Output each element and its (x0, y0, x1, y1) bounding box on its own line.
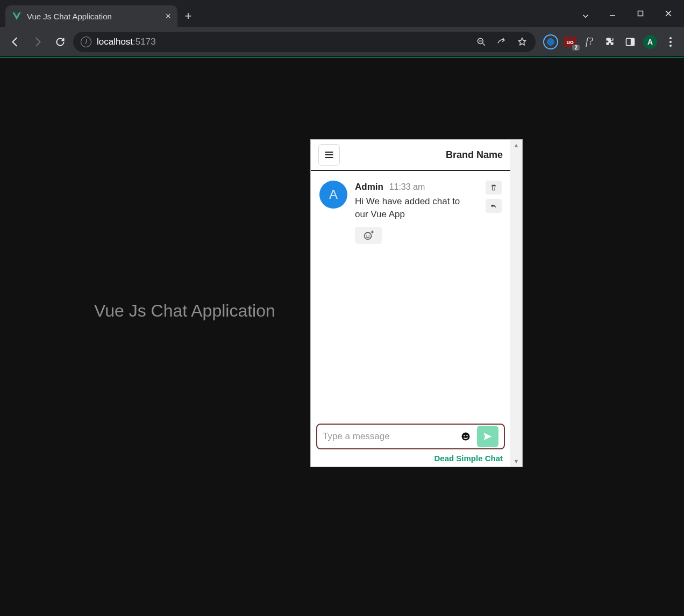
window-minimize-button[interactable] (599, 3, 626, 24)
svg-rect-1 (638, 11, 643, 16)
url-text: localhost:5173 (97, 37, 156, 47)
browser-menu-button[interactable] (662, 37, 679, 47)
svg-point-9 (368, 235, 369, 236)
window-controls (599, 0, 684, 27)
message-avatar-initial: A (329, 187, 338, 202)
nav-back-button[interactable] (5, 32, 25, 52)
chat-header: Brand Name (311, 140, 510, 171)
scroll-up-icon[interactable]: ▲ (514, 142, 519, 148)
message-author: Admin (355, 182, 383, 192)
extensions-puzzle-icon[interactable] (602, 34, 617, 49)
profile-avatar[interactable]: A (643, 35, 657, 49)
url-port: :5173 (133, 37, 156, 47)
svg-point-12 (466, 435, 467, 436)
delete-message-button[interactable] (486, 181, 502, 195)
svg-point-7 (365, 232, 372, 239)
address-bar[interactable]: i localhost:5173 (73, 32, 536, 52)
extension-font-icon[interactable]: f? (582, 34, 597, 49)
svg-point-8 (366, 235, 367, 236)
chat-message: A Admin 11:33 am Hi We have added chat t… (319, 181, 502, 244)
browser-toolbar: i localhost:5173 uo2 f? A (0, 27, 684, 57)
tab-close-icon[interactable]: × (165, 11, 171, 21)
svg-rect-6 (631, 38, 635, 45)
send-button[interactable] (477, 426, 498, 447)
bookmark-star-icon[interactable] (516, 36, 528, 48)
page-heading: Vue Js Chat Application (94, 301, 275, 321)
scroll-down-icon[interactable]: ▼ (514, 458, 519, 464)
message-avatar: A (319, 181, 347, 209)
extensions-area: uo2 f? A (543, 34, 679, 49)
tab-title: Vue Js Chat Application (27, 12, 160, 21)
window-close-button[interactable] (655, 3, 682, 24)
vue-logo-icon (12, 11, 22, 21)
nav-forward-button[interactable] (28, 32, 47, 52)
chat-compose-area (311, 420, 510, 452)
svg-point-10 (462, 433, 470, 441)
compose-box (316, 424, 505, 449)
extension-circle-icon[interactable] (543, 34, 558, 49)
chat-brand-name: Brand Name (446, 149, 503, 161)
chat-widget: Brand Name A Admin 11:33 am Hi We have a… (310, 139, 523, 467)
chat-body: A Admin 11:33 am Hi We have added chat t… (311, 171, 510, 420)
chat-footer: Dead Simple Chat (311, 452, 510, 467)
emoji-picker-button[interactable] (459, 429, 473, 443)
profile-initial: A (647, 38, 653, 46)
page-viewport: Vue Js Chat Application Brand Name A (0, 57, 684, 616)
add-reaction-button[interactable] (355, 227, 382, 244)
window-maximize-button[interactable] (627, 3, 654, 24)
new-tab-button[interactable]: + (177, 5, 199, 27)
reply-message-button[interactable] (486, 199, 502, 213)
tabs-dropdown-icon[interactable] (572, 5, 599, 27)
message-text: Hi We have added chat to our Vue App (355, 195, 462, 221)
svg-point-11 (464, 435, 465, 436)
message-time: 11:33 am (389, 182, 425, 191)
nav-reload-button[interactable] (51, 32, 70, 52)
chat-menu-button[interactable] (318, 144, 340, 166)
chat-scrollbar[interactable]: ▲ ▼ (510, 140, 522, 467)
url-host: localhost (97, 37, 133, 47)
browser-tab-active[interactable]: Vue Js Chat Application × (5, 5, 177, 27)
zoom-icon[interactable] (475, 36, 487, 48)
share-icon[interactable] (496, 36, 508, 48)
chat-footer-link[interactable]: Dead Simple Chat (434, 454, 503, 463)
message-input[interactable] (323, 431, 454, 442)
window-titlebar: Vue Js Chat Application × + (0, 0, 684, 27)
ublock-badge: 2 (572, 45, 580, 51)
svg-line-4 (483, 43, 485, 45)
extension-ublock-icon[interactable]: uo2 (564, 37, 576, 47)
side-panel-icon[interactable] (623, 34, 638, 49)
site-info-icon[interactable]: i (81, 37, 91, 47)
